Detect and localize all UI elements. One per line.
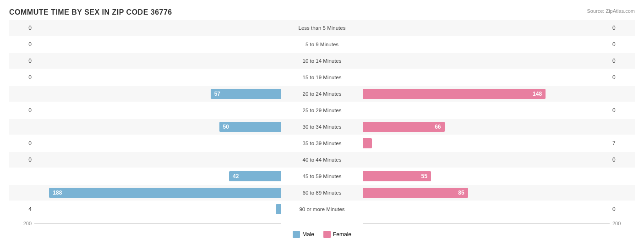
chart-row: 010 to 14 Minutes0 xyxy=(9,53,635,69)
chart-row: 5720 to 24 Minutes148 xyxy=(9,86,635,102)
chart-row: 18860 to 89 Minutes85 xyxy=(9,185,635,201)
female-value: 0 xyxy=(610,157,635,163)
right-bar-container xyxy=(363,23,610,33)
female-value: 7 xyxy=(610,140,635,147)
right-bar-container xyxy=(363,204,610,214)
row-label: 60 to 89 Minutes xyxy=(281,190,363,196)
axis-left-label: 200 xyxy=(9,221,34,226)
male-value: 0 xyxy=(9,107,34,114)
female-value: 0 xyxy=(610,41,635,48)
chart-area: 0Less than 5 Minutes005 to 9 Minutes0010… xyxy=(9,20,635,201)
male-bar: 42 xyxy=(229,171,281,181)
male-bar-label: 50 xyxy=(223,124,229,130)
bars-wrapper: 15 to 19 Minutes xyxy=(34,70,610,85)
left-bar-container xyxy=(34,72,281,82)
chart-row: 025 to 29 Minutes0 xyxy=(9,103,635,118)
right-bar-container xyxy=(363,105,610,115)
female-bar xyxy=(363,138,372,148)
legend-male-label: Male xyxy=(302,231,314,238)
female-bar-label: 66 xyxy=(435,124,441,130)
left-bar-container xyxy=(34,138,281,148)
female-value: 0 xyxy=(610,25,635,31)
right-bar-container: 148 xyxy=(363,89,610,99)
bars-wrapper: 18860 to 89 Minutes85 xyxy=(34,185,610,201)
female-bar-label: 55 xyxy=(421,173,427,179)
chart-title: COMMUTE TIME BY SEX IN ZIP CODE 36776 xyxy=(9,8,635,16)
chart-row: 4245 to 59 Minutes55 xyxy=(9,168,635,184)
bars-wrapper: 5 to 9 Minutes xyxy=(34,37,610,52)
chart-row: 0Less than 5 Minutes0 xyxy=(9,20,635,36)
left-bar-container xyxy=(34,204,281,214)
row-label: 90 or more Minutes xyxy=(281,206,363,212)
bars-wrapper: 40 to 44 Minutes xyxy=(34,152,610,168)
male-bar: 50 xyxy=(219,122,281,132)
chart-row: 490 or more Minutes0 xyxy=(9,201,635,217)
right-bar-container xyxy=(363,155,610,165)
female-value: 0 xyxy=(610,58,635,64)
source-text: Source: ZipAtlas.com xyxy=(587,8,635,14)
left-bar-container xyxy=(34,23,281,33)
row-label: 10 to 14 Minutes xyxy=(281,58,363,64)
bars-wrapper: 10 to 14 Minutes xyxy=(34,53,610,69)
chart-row: 5030 to 34 Minutes66 xyxy=(9,119,635,135)
male-bar-label: 42 xyxy=(233,173,239,179)
left-bar-container: 57 xyxy=(34,89,281,99)
female-bar: 55 xyxy=(363,171,431,181)
male-bar xyxy=(276,204,281,214)
female-bar: 148 xyxy=(363,89,546,99)
female-bar-label: 85 xyxy=(458,190,464,196)
bars-wrapper: Less than 5 Minutes xyxy=(34,20,610,36)
bars-wrapper: 5030 to 34 Minutes66 xyxy=(34,119,610,135)
legend-female-label: Female xyxy=(333,231,351,238)
axis-row: 200 200 xyxy=(9,219,635,228)
legend: Male Female xyxy=(9,231,635,238)
female-value: 0 xyxy=(610,107,635,114)
bars-wrapper: 35 to 39 Minutes xyxy=(34,136,610,151)
left-bar-container xyxy=(34,105,281,115)
male-bar: 188 xyxy=(49,188,281,198)
chart-row: 040 to 44 Minutes0 xyxy=(9,152,635,168)
male-value: 0 xyxy=(9,74,34,81)
bars-wrapper: 5720 to 24 Minutes148 xyxy=(34,86,610,102)
axis-line-right xyxy=(363,223,610,224)
male-bar-label: 188 xyxy=(53,190,62,196)
male-value: 0 xyxy=(9,140,34,147)
female-value: 0 xyxy=(610,206,635,212)
left-bar-container: 42 xyxy=(34,171,281,181)
row-label: 15 to 19 Minutes xyxy=(281,75,363,80)
row-label: 35 to 39 Minutes xyxy=(281,141,363,146)
left-bar-container: 50 xyxy=(34,122,281,132)
row-label: 20 to 24 Minutes xyxy=(281,91,363,97)
row-label: 5 to 9 Minutes xyxy=(281,42,363,47)
female-bar: 85 xyxy=(363,188,468,198)
left-bar-container xyxy=(34,56,281,66)
female-bar-label: 148 xyxy=(533,91,542,97)
row-label: 45 to 59 Minutes xyxy=(281,174,363,179)
right-bar-container: 85 xyxy=(363,188,610,198)
axis-right-label: 200 xyxy=(610,221,635,226)
female-bar: 66 xyxy=(363,122,445,132)
male-value: 4 xyxy=(9,206,34,212)
right-bar-container xyxy=(363,138,610,148)
male-value: 0 xyxy=(9,25,34,31)
right-bar-container: 66 xyxy=(363,122,610,132)
right-bar-container xyxy=(363,39,610,49)
bars-wrapper: 90 or more Minutes xyxy=(34,201,610,217)
left-bar-container: 188 xyxy=(34,188,281,198)
axis-line-left xyxy=(34,223,281,224)
right-bar-container: 55 xyxy=(363,171,610,181)
left-bar-container xyxy=(34,39,281,49)
legend-pink-box xyxy=(323,231,331,238)
male-bar-label: 57 xyxy=(214,91,220,97)
male-value: 0 xyxy=(9,157,34,163)
row-label: Less than 5 Minutes xyxy=(281,25,363,31)
chart-row: 015 to 19 Minutes0 xyxy=(9,70,635,85)
row-label: 40 to 44 Minutes xyxy=(281,157,363,163)
male-bar: 57 xyxy=(211,89,281,99)
chart-container: COMMUTE TIME BY SEX IN ZIP CODE 36776 So… xyxy=(0,0,644,239)
chart-row: 05 to 9 Minutes0 xyxy=(9,37,635,52)
legend-blue-box xyxy=(293,231,300,238)
legend-male: Male xyxy=(293,231,314,238)
chart-row: 035 to 39 Minutes7 xyxy=(9,136,635,151)
left-bar-container xyxy=(34,155,281,165)
